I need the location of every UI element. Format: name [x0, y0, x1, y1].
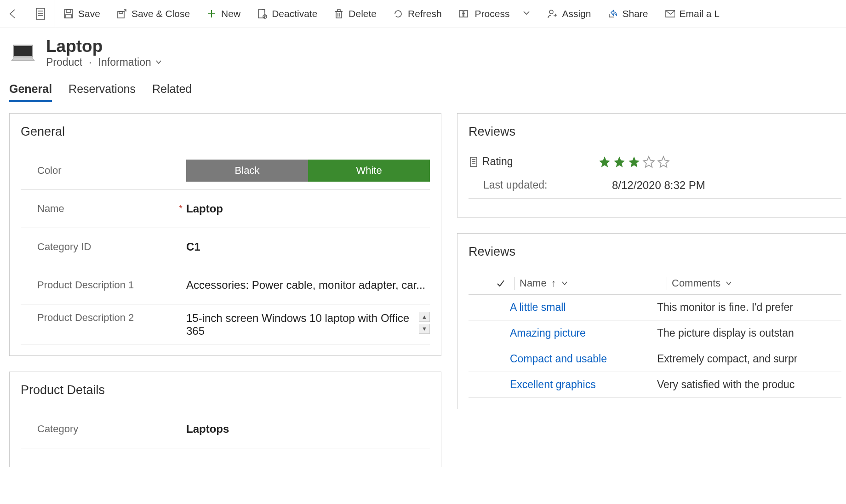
tab-general[interactable]: General — [9, 82, 52, 102]
tab-related[interactable]: Related — [152, 82, 192, 102]
save-label: Save — [78, 8, 100, 19]
separator-dot — [86, 56, 94, 69]
share-label: Share — [622, 8, 648, 19]
description2-label: Product Description 2 — [21, 312, 175, 324]
tab-reservations[interactable]: Reservations — [69, 82, 136, 102]
svg-point-22 — [549, 10, 553, 14]
reviews-grid-header: Name ↑ Comments — [469, 272, 841, 295]
reviews-summary-section: Reviews Rating — [457, 113, 846, 218]
record-type-button[interactable] — [26, 0, 55, 28]
reviews-grid-section: Reviews Name ↑ Comments A — [457, 233, 846, 409]
laptop-icon — [10, 43, 36, 63]
share-icon — [607, 9, 617, 19]
column-comments-label: Comments — [672, 277, 720, 289]
deactivate-button[interactable]: Deactivate — [249, 0, 326, 28]
save-close-label: Save & Close — [131, 8, 190, 19]
save-close-icon — [117, 9, 127, 19]
email-link-button[interactable]: Email a L — [657, 0, 728, 28]
svg-rect-15 — [336, 11, 342, 18]
chevron-down-icon — [155, 58, 162, 66]
review-row[interactable]: Excellent graphics Very satisfied with t… — [469, 372, 841, 398]
record-image[interactable] — [9, 42, 37, 64]
svg-rect-0 — [36, 8, 45, 19]
sort-asc-icon: ↑ — [551, 277, 556, 289]
delete-label: Delete — [349, 8, 377, 19]
svg-marker-26 — [11, 57, 34, 61]
general-section: General Color Black White Name * Laptop … — [9, 113, 441, 356]
name-label: Name — [21, 203, 175, 215]
color-option-black[interactable]: Black — [186, 160, 308, 182]
record-title: Laptop — [46, 37, 162, 56]
description1-field[interactable]: Accessories: Power cable, monitor adapte… — [186, 279, 430, 292]
form-name-label: Information — [98, 56, 151, 69]
assign-icon — [547, 9, 557, 19]
category-id-label: Category ID — [21, 241, 175, 253]
star-empty-icon — [657, 155, 670, 168]
record-header: Laptop Product Information — [0, 28, 846, 69]
back-button[interactable] — [0, 0, 26, 28]
rating-label: Rating — [482, 155, 513, 168]
form-selector[interactable]: Information — [98, 56, 162, 69]
save-button[interactable]: Save — [55, 0, 109, 28]
svg-rect-12 — [258, 10, 265, 18]
svg-rect-6 — [66, 14, 71, 18]
general-section-title: General — [21, 125, 430, 139]
svg-rect-7 — [118, 11, 124, 18]
review-comment: This monitor is fine. I'd prefer — [657, 301, 841, 314]
last-updated-label: Last updated: — [483, 179, 547, 191]
category-label: Category — [21, 423, 175, 435]
svg-rect-19 — [337, 10, 340, 11]
entity-type-label: Product — [46, 56, 82, 69]
review-row[interactable]: Amazing picture The picture display is o… — [469, 321, 841, 346]
share-button[interactable]: Share — [599, 0, 656, 28]
process-button[interactable]: Process — [450, 0, 539, 28]
last-updated-value: 8/12/2020 8:32 PM — [612, 179, 705, 192]
save-icon — [63, 9, 74, 19]
review-row[interactable]: Compact and usable Extremely compact, an… — [469, 346, 841, 372]
deactivate-icon — [257, 9, 267, 19]
required-marker: * — [175, 203, 186, 214]
review-name-link[interactable]: Excellent graphics — [510, 378, 657, 391]
svg-rect-8 — [119, 11, 123, 13]
refresh-icon — [393, 9, 403, 19]
review-comment: The picture display is outstan — [657, 327, 841, 339]
description1-label: Product Description 1 — [21, 279, 175, 291]
column-header-comments[interactable]: Comments — [672, 277, 841, 289]
category-id-field[interactable]: C1 — [186, 241, 430, 253]
review-comment: Extremely compact, and surpr — [657, 353, 841, 365]
delete-button[interactable]: Delete — [326, 0, 385, 28]
email-label: Email a L — [680, 8, 720, 19]
reviews-summary-title: Reviews — [469, 125, 841, 139]
email-icon — [665, 9, 675, 19]
star-empty-icon — [642, 155, 655, 168]
command-bar: Save Save & Close New Deactivate Delete … — [0, 0, 846, 28]
description2-field[interactable]: 15-inch screen Windows 10 laptop with Of… — [186, 312, 419, 338]
product-details-section: Product Details Category Laptops — [9, 372, 441, 467]
select-all-checkbox[interactable] — [478, 279, 510, 288]
chevron-down-icon — [522, 8, 531, 19]
rating-stars[interactable] — [598, 155, 670, 168]
column-header-name[interactable]: Name ↑ — [520, 277, 662, 289]
process-icon — [458, 9, 469, 19]
new-button[interactable]: New — [198, 0, 249, 28]
category-field[interactable]: Laptops — [186, 423, 430, 435]
back-icon — [7, 8, 19, 20]
color-label: Color — [21, 165, 175, 177]
star-filled-icon — [598, 155, 611, 168]
color-optionset[interactable]: Black White — [186, 160, 430, 182]
review-name-link[interactable]: A little small — [510, 301, 657, 314]
review-name-link[interactable]: Amazing picture — [510, 327, 657, 339]
scroll-up-button[interactable]: ▲ — [419, 312, 430, 322]
review-row[interactable]: A little small This monitor is fine. I'd… — [469, 295, 841, 321]
save-close-button[interactable]: Save & Close — [109, 0, 198, 28]
reviews-grid-title: Reviews — [469, 245, 841, 259]
review-name-link[interactable]: Compact and usable — [510, 353, 657, 365]
color-option-white[interactable]: White — [308, 160, 430, 182]
check-icon — [496, 279, 505, 288]
refresh-button[interactable]: Refresh — [385, 0, 450, 28]
product-details-section-title: Product Details — [21, 383, 430, 397]
assign-button[interactable]: Assign — [539, 0, 599, 28]
name-field[interactable]: Laptop — [186, 202, 430, 215]
scroll-down-button[interactable]: ▼ — [419, 324, 430, 334]
svg-rect-5 — [66, 10, 71, 12]
